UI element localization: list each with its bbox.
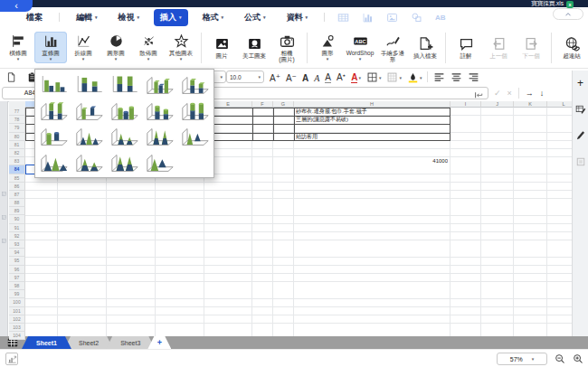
chart-type-3d-cone[interactable]: [178, 124, 212, 148]
chart-type-stacked-cone[interactable]: [108, 124, 141, 148]
row-header-104[interactable]: 104: [9, 332, 25, 340]
toolbar-超連結[interactable]: 超連結: [555, 34, 588, 61]
chart-type-100-stacked-cylinder[interactable]: [178, 99, 212, 123]
toolbar-插入檔案[interactable]: 插入檔案: [409, 34, 441, 61]
row-header-79[interactable]: 79: [9, 124, 25, 132]
chart-type-100-stacked-column[interactable]: [108, 72, 141, 97]
row-header-81[interactable]: 81: [9, 141, 25, 149]
bold-button[interactable]: A: [302, 71, 308, 83]
row-header-97[interactable]: 97: [9, 274, 25, 282]
toolbar-圖形[interactable]: 圖形▾: [311, 32, 344, 63]
row-header-100[interactable]: 100: [9, 298, 25, 306]
chart-type-stacked-cylinder[interactable]: [143, 99, 176, 123]
chart-type-100-stacked-pyramid[interactable]: [108, 150, 141, 174]
align-center-button[interactable]: [450, 71, 462, 83]
chart-type-stacked-pyramid[interactable]: [72, 150, 106, 174]
underline-button[interactable]: A: [325, 71, 331, 83]
toolbar-橫條圖[interactable]: 橫條圖▾: [2, 32, 34, 63]
edit-table-icon[interactable]: [575, 104, 586, 115]
toolbar-散佈圖[interactable]: 散佈圖▾: [132, 32, 165, 63]
font-size-select[interactable]: 10.0 ▾: [226, 71, 264, 83]
row-header-77[interactable]: 77: [9, 108, 25, 116]
menu-資料[interactable]: 資料▾: [280, 9, 315, 26]
chart-type-3d-100-stacked-column[interactable]: [37, 99, 71, 123]
row-header-92[interactable]: 92: [9, 232, 25, 240]
row-header-93[interactable]: 93: [9, 240, 25, 249]
row-header-88[interactable]: 88: [9, 199, 25, 207]
align-right-button[interactable]: [468, 71, 479, 83]
row-header-78[interactable]: 78: [9, 116, 25, 124]
toolbar-相機(圖片)[interactable]: 相機 (圖片): [270, 32, 303, 64]
row-header-80[interactable]: 80: [9, 133, 25, 141]
zoom-in-icon[interactable]: [573, 353, 583, 364]
font-color-button[interactable]: A▾: [351, 71, 361, 83]
italic-button[interactable]: A: [314, 71, 319, 83]
move-down-icon[interactable]: ↓: [540, 89, 545, 98]
row-header-103[interactable]: 103: [9, 324, 25, 332]
sheet-tab-Sheet3[interactable]: Sheet3: [106, 336, 155, 349]
collapse-toolbar-button[interactable]: [553, 8, 583, 20]
cell-borders-button[interactable]: ▾: [366, 71, 382, 83]
column-header-H[interactable]: H: [294, 101, 450, 108]
menu-插入[interactable]: 插入▾: [154, 9, 188, 26]
back-button[interactable]: ‹: [0, 0, 33, 12]
outline-3-icon[interactable]: [1, 231, 7, 248]
menu-格式[interactable]: 格式▾: [196, 9, 231, 26]
column-header-I[interactable]: I: [450, 101, 481, 108]
chart-type-stacked-column[interactable]: [72, 72, 106, 97]
toolbar-圖片[interactable]: 圖片: [205, 34, 238, 61]
sheet-tab-Sheet1[interactable]: Sheet1: [22, 336, 71, 349]
column-header-G[interactable]: G: [273, 101, 294, 108]
toolbar-折線圖[interactable]: 折線圖▾: [67, 32, 100, 63]
row-header-95[interactable]: 95: [9, 257, 25, 265]
column-header-J[interactable]: J: [481, 101, 514, 108]
chart-type-clustered-cone[interactable]: [72, 124, 106, 148]
toolbar-註解[interactable]: 註解: [450, 34, 482, 61]
menu-編輯[interactable]: 編輯▾: [70, 9, 104, 26]
row-header-89[interactable]: 89: [9, 207, 25, 215]
chart-type-3d-column[interactable]: [72, 99, 106, 123]
zoom-out-icon[interactable]: [555, 353, 565, 364]
quick-table-icon[interactable]: [337, 12, 349, 24]
chart-type-clustered-cylinder[interactable]: [108, 99, 141, 123]
outline-1-icon[interactable]: [1, 184, 7, 201]
chart-type-3d-stacked-column[interactable]: [178, 72, 212, 97]
row-header-102[interactable]: 102: [9, 315, 25, 324]
annotate-icon[interactable]: [575, 130, 586, 141]
chart-type-3d-cylinder[interactable]: [37, 124, 71, 148]
chart-type-3d-clustered-column[interactable]: [143, 72, 176, 97]
move-right-icon[interactable]: →: [526, 89, 534, 98]
toolbar-直條圖[interactable]: 直條圖▾: [34, 32, 67, 63]
cell-H80[interactable]: 給訪客用: [296, 133, 448, 141]
row-header-99[interactable]: 99: [9, 290, 25, 298]
increase-font-button[interactable]: A⁺: [270, 71, 280, 83]
toolbar-美工圖案[interactable]: 美工圖案: [238, 34, 270, 61]
row-header-96[interactable]: 96: [9, 266, 25, 274]
decrease-font-button[interactable]: A⁻: [286, 71, 297, 83]
zoom-level-select[interactable]: 57% ▾: [497, 353, 547, 365]
cell-H77[interactable]: 紗布衣.連身服.包巾.手套.襪子: [296, 108, 448, 116]
cell-H83[interactable]: 41000: [296, 157, 448, 165]
menu-公式[interactable]: 公式▾: [238, 9, 272, 26]
toolbar-其他圖表[interactable]: 其他圖表▾: [165, 32, 197, 63]
row-header-84[interactable]: 84: [9, 165, 25, 174]
row-header-98[interactable]: 98: [9, 282, 25, 290]
toolbar-WordShop[interactable]: ABCWordShop▾: [344, 32, 376, 63]
row-header-86[interactable]: 86: [9, 183, 25, 191]
chart-type-3d-pyramid[interactable]: [143, 150, 176, 174]
outline-2-icon[interactable]: [1, 208, 7, 224]
text-effect-button[interactable]: A: [337, 71, 346, 83]
cell-H78[interactable]: 三層的(讓惡露不易破): [296, 116, 448, 124]
quick-image-icon[interactable]: [386, 12, 398, 24]
quick-shapes-icon[interactable]: [411, 12, 422, 24]
row-header-94[interactable]: 94: [9, 249, 25, 257]
toolbar-手繪多邊形[interactable]: 手繪多邊形: [376, 32, 409, 64]
merge-cells-button[interactable]: ▾: [386, 71, 402, 83]
align-left-button[interactable]: [433, 71, 445, 83]
chart-tool-button[interactable]: [5, 353, 18, 365]
row-header-82[interactable]: 82: [9, 149, 25, 157]
quick-ab[interactable]: AB: [435, 14, 446, 22]
chart-type-clustered-pyramid[interactable]: [37, 150, 71, 174]
toolbar-圓形圖[interactable]: 圓形圖▾: [100, 32, 132, 63]
add-sheet-tab[interactable]: +: [147, 336, 171, 349]
